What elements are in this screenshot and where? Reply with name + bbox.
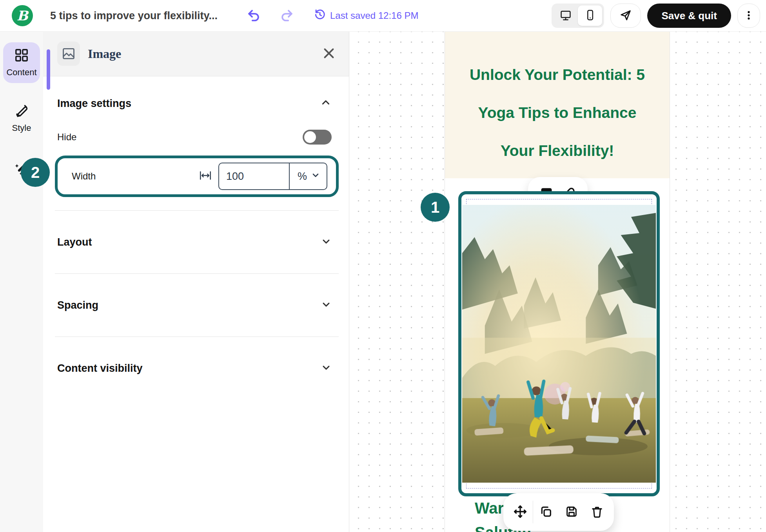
mobile-icon [584,9,596,23]
chevron-down-icon [321,299,332,311]
width-resize-icon [199,170,212,183]
image-settings-title: Image settings [57,98,131,110]
redo-button[interactable] [278,8,296,24]
send-test-button[interactable] [610,4,641,28]
send-icon [619,9,632,23]
email-header-section[interactable]: Unlock Your Potential: 5 Yoga Tips to En… [445,31,670,178]
email-builder-app: B 5 tips to improve your flexibility... [0,0,766,532]
sidebar-item-content[interactable]: Content [3,42,40,83]
sidebar: Content Style [0,31,43,532]
layout-section-title: Layout [57,236,92,248]
divider [55,210,339,211]
desktop-preview-button[interactable] [554,5,578,26]
save-icon [565,505,578,519]
hide-toggle[interactable] [303,130,332,145]
block-action-toolbar [503,493,614,531]
topbar: B 5 tips to improve your flexibility... [0,0,766,32]
image-settings-panel: Image Image settings Hide [43,31,349,532]
document-title[interactable]: 5 tips to improve your flexibility... [50,0,218,31]
yoga-photo [462,205,656,483]
brand-logo[interactable]: B [12,5,33,26]
content-grid-icon [14,48,29,64]
heading-line: Unlock Your Potential: 5 [445,56,670,94]
move-block-button[interactable] [507,500,533,524]
save-and-quit-button[interactable]: Save & quit [647,4,731,28]
redo-icon [280,8,294,24]
hide-label: Hide [57,132,76,143]
spacing-section-title: Spacing [57,299,98,311]
chevron-down-icon [321,236,332,248]
width-unit-select[interactable]: % [289,163,327,189]
trash-icon [590,505,604,519]
section-content-visibility[interactable]: Content visibility [57,362,332,375]
sidebar-item-label: Style [12,123,31,133]
save-block-button[interactable] [559,500,584,524]
email-heading: Unlock Your Potential: 5 Yoga Tips to En… [445,31,670,170]
heading-line: Yoga Tips to Enhance [445,94,670,132]
divider [55,273,339,274]
step-badge-2: 2 [21,158,50,187]
chevron-up-icon [320,97,332,110]
image-block-icon [57,42,80,66]
duplicate-block-button[interactable] [533,500,559,524]
heading-line: Your Flexibility! [445,132,670,170]
toggle-knob [304,131,316,143]
history-clock-icon [314,8,326,23]
kebab-icon [743,10,754,22]
sidebar-item-label: Content [6,67,36,78]
panel-title: Image [88,31,121,76]
divider [55,337,339,337]
content-visibility-section-title: Content visibility [57,362,143,375]
mobile-preview-button[interactable] [578,5,602,26]
more-options-button[interactable] [737,4,760,28]
width-label: Width [72,171,96,182]
preview-mode-switch [552,4,604,28]
desktop-icon [559,9,572,23]
topbar-actions: Save & quit [552,0,760,31]
width-input-group: % [218,163,327,190]
panel-body: Image settings Hide Width [43,97,349,375]
undo-icon [246,8,261,24]
delete-block-button[interactable] [584,500,610,524]
hide-setting-row: Hide [57,130,332,145]
width-value-input[interactable] [219,163,289,189]
section-spacing[interactable]: Spacing [57,299,332,311]
style-pencil-icon [14,103,29,120]
image-settings-section-header[interactable]: Image settings [57,97,332,110]
selected-image-block[interactable] [458,191,660,496]
close-panel-button[interactable] [320,45,338,63]
last-saved-status: Last saved 12:16 PM [314,0,418,31]
move-icon [513,505,527,520]
close-icon [322,46,336,62]
chevron-down-icon [321,362,332,375]
step-badge-1: 1 [421,193,450,222]
width-setting-row-highlighted: Width % [55,156,339,197]
active-nav-indicator [47,49,50,90]
width-unit-value: % [298,170,307,183]
sidebar-item-style[interactable]: Style [3,97,40,139]
last-saved-label: Last saved 12:16 PM [330,10,418,21]
copy-icon [539,505,553,519]
section-layout[interactable]: Layout [57,236,332,248]
panel-header: Image [43,31,349,76]
undo-button[interactable] [245,8,262,24]
chevron-down-icon [311,170,320,183]
email-canvas: Unlock Your Potential: 5 Yoga Tips to En… [349,31,766,532]
